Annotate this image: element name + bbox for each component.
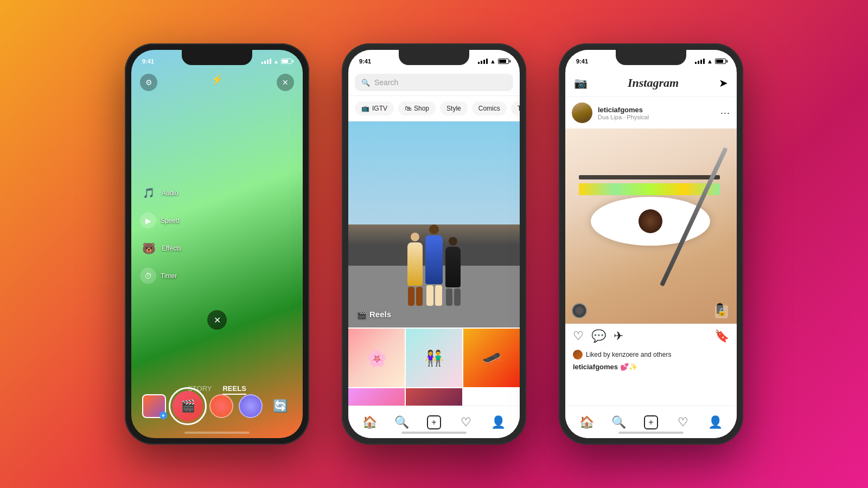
mid-close-button[interactable]: ✕ — [207, 310, 227, 330]
save-button[interactable]: 🔖 — [714, 329, 729, 343]
nav-heart-3[interactable]: ♡ — [672, 412, 694, 433]
timer-control[interactable]: ⏱ Timer — [140, 268, 181, 284]
igtv-icon: 📺 — [361, 105, 369, 112]
send-icon[interactable]: ➤ — [719, 76, 728, 89]
cat-comics-label: Comics — [478, 105, 500, 112]
home-indicator-3 — [618, 432, 684, 434]
effects-control[interactable]: 🐻 Effects — [140, 240, 181, 257]
shutter-inner: 🎬 — [173, 391, 203, 421]
caption-emoji: 💕✨ — [620, 363, 637, 371]
notch-3 — [616, 50, 686, 65]
comment-button[interactable]: 💬 — [591, 329, 606, 343]
battery-icon-2 — [498, 59, 509, 64]
battery-icon — [281, 59, 292, 64]
more-options-button[interactable]: ··· — [720, 107, 730, 119]
nav-search-2[interactable]: 🔍 — [391, 412, 413, 433]
settings-button[interactable]: ⚙ — [140, 74, 157, 91]
post-header: leticiafgomes Dua Lipa · Physical ··· — [565, 97, 737, 129]
ig-logo: Instagram — [628, 76, 679, 90]
grid-thumb-2[interactable] — [406, 329, 462, 387]
caption-username[interactable]: leticiafgomes — [573, 363, 618, 371]
phone-2-explore: 9:41 ▲ 🔍 Se — [342, 43, 526, 445]
liker-avatar — [573, 350, 583, 359]
sky-bg — [348, 121, 520, 224]
effects-label: Effects — [162, 245, 181, 252]
reels-text: Reels — [369, 310, 391, 319]
status-time-1: 9:41 — [142, 58, 154, 65]
signal-icon-2 — [478, 59, 488, 64]
camera-header-icon[interactable]: 📷 — [574, 76, 588, 89]
wifi-icon-2: ▲ — [490, 58, 496, 65]
nav-add-2[interactable]: + — [423, 412, 445, 433]
nav-add-3[interactable]: + — [640, 412, 662, 433]
search-header: 🔍 Search — [348, 69, 520, 96]
grid-thumb-1[interactable] — [348, 329, 405, 387]
categories-bar: 📺 IGTV 🛍 Shop Style Comics TV & Movie — [348, 96, 520, 121]
wifi-icon: ▲ — [273, 59, 279, 65]
nav-heart-2[interactable]: ♡ — [455, 412, 477, 433]
like-button[interactable]: ♡ — [573, 329, 584, 343]
cat-tv[interactable]: TV & Movie — [511, 101, 520, 115]
shutter-button[interactable]: 🎬 — [169, 387, 207, 425]
cat-shop-label: Shop — [414, 105, 429, 112]
close-button[interactable]: ✕ — [277, 74, 294, 91]
effect-buttons: 🔄 — [209, 394, 292, 418]
search-placeholder: Search — [374, 78, 398, 87]
nav-profile-2[interactable]: 👤 — [487, 412, 509, 433]
camera-bottom-icons: + 🎬 🔄 — [131, 387, 303, 425]
dancer-2 — [425, 224, 443, 306]
action-buttons-left: ♡ 💬 ✈ — [573, 329, 623, 343]
effect-2-button[interactable] — [239, 394, 263, 418]
home-indicator-1 — [184, 432, 250, 434]
post-user-info: leticiafgomes Dua Lipa · Physical — [598, 106, 649, 120]
effect-1-button[interactable] — [209, 394, 233, 418]
cat-igtv-label: IGTV — [372, 105, 387, 112]
share-button[interactable]: ✈ — [614, 329, 623, 343]
cat-shop[interactable]: 🛍 Shop — [398, 101, 436, 115]
reels-label: 🎬 Reels — [357, 310, 391, 319]
status-time-2: 9:41 — [359, 58, 371, 65]
post-subtitle: Dua Lipa · Physical — [598, 114, 649, 120]
phone-2-screen: 9:41 ▲ 🔍 Se — [348, 50, 520, 438]
eye-background — [565, 129, 737, 324]
status-time-3: 9:41 — [576, 58, 588, 65]
cat-style[interactable]: Style — [440, 101, 468, 115]
cat-igtv[interactable]: 📺 IGTV — [355, 101, 394, 115]
post-username[interactable]: leticiafgomes — [598, 106, 649, 114]
reels-background — [348, 121, 520, 328]
camera-top-bar: ⚙ ⚡ ✕ — [131, 74, 303, 91]
effects-icon: 🐻 — [140, 240, 157, 257]
cat-tv-label: TV & Movie — [518, 105, 520, 112]
nav-profile-3[interactable]: 👤 — [704, 412, 726, 433]
phone-3-feed: 9:41 ▲ 📷 Instagram — [559, 43, 743, 445]
timer-icon: ⏱ — [140, 268, 156, 284]
music-badge — [572, 303, 587, 318]
wifi-icon-3: ▲ — [707, 58, 713, 65]
grid-thumb-3[interactable] — [463, 329, 520, 387]
speed-control[interactable]: ▶ Speed — [140, 213, 181, 229]
nav-search-3[interactable]: 🔍 — [608, 412, 630, 433]
cat-style-label: Style — [446, 105, 461, 112]
audio-icon: 🎵 — [140, 184, 157, 202]
camera-controls: 🎵 Audio ▶ Speed 🐻 Effects ⏱ Timer — [140, 184, 181, 284]
home-indicator-2 — [401, 432, 467, 434]
cat-comics[interactable]: Comics — [472, 101, 507, 115]
gallery-plus-icon: + — [159, 412, 167, 419]
nav-home-2[interactable]: 🏠 — [359, 412, 381, 433]
status-icons-1: ▲ — [261, 59, 292, 65]
phone-1-reels-camera: 9:41 ▲ ⚙ ⚡ ✕ 🎵 — [125, 43, 309, 445]
ig-header: 📷 Instagram ➤ — [565, 69, 737, 97]
audio-control[interactable]: 🎵 Audio — [140, 184, 181, 202]
gallery-thumbnail[interactable]: + — [142, 394, 166, 418]
notch-1 — [182, 50, 252, 65]
user-avatar[interactable] — [572, 102, 592, 123]
audio-label: Audio — [162, 189, 178, 197]
likes-text: Liked by kenzoere and others — [586, 351, 671, 358]
post-user: leticiafgomes Dua Lipa · Physical — [572, 102, 649, 123]
flip-camera-button[interactable]: 🔄 — [268, 394, 292, 418]
search-icon: 🔍 — [361, 79, 370, 87]
dancer-3 — [445, 237, 461, 306]
search-bar[interactable]: 🔍 Search — [355, 74, 513, 91]
flash-icon[interactable]: ⚡ — [211, 74, 223, 91]
nav-home-3[interactable]: 🏠 — [576, 412, 598, 433]
